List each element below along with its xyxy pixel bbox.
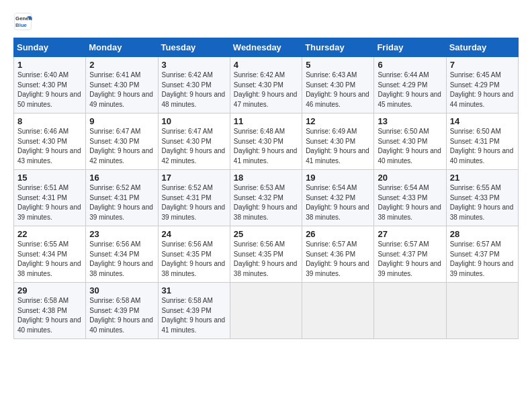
day-detail: Sunrise: 6:56 AMSunset: 4:35 PMDaylight:… bbox=[162, 240, 226, 277]
day-detail: Sunrise: 6:55 AMSunset: 4:34 PMDaylight:… bbox=[17, 240, 81, 277]
day-number: 30 bbox=[89, 285, 154, 295]
day-number: 27 bbox=[378, 229, 442, 239]
day-detail: Sunrise: 6:58 AMSunset: 4:38 PMDaylight:… bbox=[17, 297, 81, 334]
day-number: 1 bbox=[17, 60, 82, 70]
calendar-cell: 3 Sunrise: 6:42 AMSunset: 4:30 PMDayligh… bbox=[158, 57, 230, 113]
day-number: 10 bbox=[162, 116, 226, 126]
calendar-cell: 27 Sunrise: 6:57 AMSunset: 4:37 PMDaylig… bbox=[374, 226, 446, 283]
day-detail: Sunrise: 6:53 AMSunset: 4:32 PMDaylight:… bbox=[234, 184, 298, 221]
day-detail: Sunrise: 6:58 AMSunset: 4:39 PMDaylight:… bbox=[89, 297, 153, 334]
day-number: 22 bbox=[17, 229, 82, 239]
calendar-cell: 12 Sunrise: 6:49 AMSunset: 4:30 PMDaylig… bbox=[302, 113, 374, 170]
calendar-cell: 26 Sunrise: 6:57 AMSunset: 4:36 PMDaylig… bbox=[302, 226, 374, 283]
weekday-header: Saturday bbox=[446, 38, 518, 57]
day-detail: Sunrise: 6:47 AMSunset: 4:30 PMDaylight:… bbox=[89, 128, 153, 165]
calendar-cell: 24 Sunrise: 6:56 AMSunset: 4:35 PMDaylig… bbox=[158, 226, 230, 283]
calendar-cell: 2 Sunrise: 6:41 AMSunset: 4:30 PMDayligh… bbox=[86, 57, 158, 113]
calendar-cell: 10 Sunrise: 6:47 AMSunset: 4:30 PMDaylig… bbox=[158, 113, 230, 170]
calendar-cell: 18 Sunrise: 6:53 AMSunset: 4:32 PMDaylig… bbox=[230, 170, 302, 226]
calendar-cell: 28 Sunrise: 6:57 AMSunset: 4:37 PMDaylig… bbox=[446, 226, 518, 283]
day-detail: Sunrise: 6:48 AMSunset: 4:30 PMDaylight:… bbox=[234, 128, 298, 165]
day-detail: Sunrise: 6:44 AMSunset: 4:29 PMDaylight:… bbox=[378, 71, 441, 108]
calendar-cell: 13 Sunrise: 6:50 AMSunset: 4:30 PMDaylig… bbox=[374, 113, 446, 170]
day-number: 2 bbox=[89, 60, 154, 70]
calendar-cell: 23 Sunrise: 6:56 AMSunset: 4:34 PMDaylig… bbox=[86, 226, 158, 283]
calendar-cell: 4 Sunrise: 6:42 AMSunset: 4:30 PMDayligh… bbox=[230, 57, 302, 113]
day-number: 20 bbox=[378, 173, 442, 183]
weekday-header: Sunday bbox=[14, 38, 86, 57]
calendar-week-row: 1 Sunrise: 6:40 AMSunset: 4:30 PMDayligh… bbox=[14, 57, 519, 113]
calendar-cell bbox=[230, 283, 302, 339]
calendar-cell bbox=[302, 283, 374, 339]
calendar-week-row: 29 Sunrise: 6:58 AMSunset: 4:38 PMDaylig… bbox=[14, 283, 519, 339]
day-detail: Sunrise: 6:57 AMSunset: 4:37 PMDaylight:… bbox=[378, 240, 441, 277]
logo-icon: General Blue bbox=[13, 12, 32, 31]
day-detail: Sunrise: 6:47 AMSunset: 4:30 PMDaylight:… bbox=[162, 128, 226, 165]
day-number: 21 bbox=[450, 173, 515, 183]
day-detail: Sunrise: 6:55 AMSunset: 4:33 PMDaylight:… bbox=[450, 184, 514, 221]
svg-text:Blue: Blue bbox=[15, 22, 28, 28]
day-detail: Sunrise: 6:51 AMSunset: 4:31 PMDaylight:… bbox=[17, 184, 81, 221]
day-number: 18 bbox=[234, 173, 298, 183]
calendar-cell: 29 Sunrise: 6:58 AMSunset: 4:38 PMDaylig… bbox=[14, 283, 86, 339]
calendar-cell: 20 Sunrise: 6:54 AMSunset: 4:33 PMDaylig… bbox=[374, 170, 446, 226]
calendar-cell: 22 Sunrise: 6:55 AMSunset: 4:34 PMDaylig… bbox=[14, 226, 86, 283]
calendar-cell bbox=[374, 283, 446, 339]
calendar-cell: 7 Sunrise: 6:45 AMSunset: 4:29 PMDayligh… bbox=[446, 57, 518, 113]
day-detail: Sunrise: 6:45 AMSunset: 4:29 PMDaylight:… bbox=[450, 71, 514, 108]
calendar-cell: 31 Sunrise: 6:58 AMSunset: 4:39 PMDaylig… bbox=[158, 283, 230, 339]
day-number: 26 bbox=[306, 229, 370, 239]
header: General Blue bbox=[13, 12, 519, 31]
weekday-header: Friday bbox=[374, 38, 446, 57]
day-detail: Sunrise: 6:42 AMSunset: 4:30 PMDaylight:… bbox=[234, 71, 298, 108]
day-number: 24 bbox=[162, 229, 226, 239]
header-row: SundayMondayTuesdayWednesdayThursdayFrid… bbox=[14, 38, 519, 57]
calendar-week-row: 15 Sunrise: 6:51 AMSunset: 4:31 PMDaylig… bbox=[14, 170, 519, 226]
calendar-cell: 21 Sunrise: 6:55 AMSunset: 4:33 PMDaylig… bbox=[446, 170, 518, 226]
day-detail: Sunrise: 6:54 AMSunset: 4:32 PMDaylight:… bbox=[306, 184, 369, 221]
day-number: 5 bbox=[306, 60, 370, 70]
day-number: 6 bbox=[378, 60, 442, 70]
day-number: 9 bbox=[89, 116, 154, 126]
day-number: 15 bbox=[17, 173, 82, 183]
day-detail: Sunrise: 6:57 AMSunset: 4:36 PMDaylight:… bbox=[306, 240, 369, 277]
day-number: 25 bbox=[234, 229, 298, 239]
day-number: 17 bbox=[162, 173, 226, 183]
calendar-cell: 8 Sunrise: 6:46 AMSunset: 4:30 PMDayligh… bbox=[14, 113, 86, 170]
day-detail: Sunrise: 6:56 AMSunset: 4:34 PMDaylight:… bbox=[89, 240, 153, 277]
day-detail: Sunrise: 6:50 AMSunset: 4:30 PMDaylight:… bbox=[378, 128, 441, 165]
calendar-cell: 5 Sunrise: 6:43 AMSunset: 4:30 PMDayligh… bbox=[302, 57, 374, 113]
calendar-cell: 14 Sunrise: 6:50 AMSunset: 4:31 PMDaylig… bbox=[446, 113, 518, 170]
day-number: 13 bbox=[378, 116, 442, 126]
day-number: 4 bbox=[234, 60, 298, 70]
page: General Blue SundayMondayTuesdayWednesda… bbox=[0, 0, 532, 346]
day-number: 28 bbox=[450, 229, 515, 239]
day-number: 29 bbox=[17, 285, 82, 295]
calendar-week-row: 22 Sunrise: 6:55 AMSunset: 4:34 PMDaylig… bbox=[14, 226, 519, 283]
day-number: 7 bbox=[450, 60, 515, 70]
day-number: 23 bbox=[89, 229, 154, 239]
weekday-header: Wednesday bbox=[230, 38, 302, 57]
day-detail: Sunrise: 6:43 AMSunset: 4:30 PMDaylight:… bbox=[306, 71, 369, 108]
day-number: 14 bbox=[450, 116, 515, 126]
day-detail: Sunrise: 6:50 AMSunset: 4:31 PMDaylight:… bbox=[450, 128, 514, 165]
day-number: 31 bbox=[162, 285, 226, 295]
day-detail: Sunrise: 6:49 AMSunset: 4:30 PMDaylight:… bbox=[306, 128, 369, 165]
day-detail: Sunrise: 6:52 AMSunset: 4:31 PMDaylight:… bbox=[89, 184, 153, 221]
day-detail: Sunrise: 6:58 AMSunset: 4:39 PMDaylight:… bbox=[162, 297, 226, 334]
day-detail: Sunrise: 6:56 AMSunset: 4:35 PMDaylight:… bbox=[234, 240, 298, 277]
day-detail: Sunrise: 6:52 AMSunset: 4:31 PMDaylight:… bbox=[162, 184, 226, 221]
calendar-cell: 17 Sunrise: 6:52 AMSunset: 4:31 PMDaylig… bbox=[158, 170, 230, 226]
calendar-cell: 1 Sunrise: 6:40 AMSunset: 4:30 PMDayligh… bbox=[14, 57, 86, 113]
day-detail: Sunrise: 6:46 AMSunset: 4:30 PMDaylight:… bbox=[17, 128, 81, 165]
calendar-week-row: 8 Sunrise: 6:46 AMSunset: 4:30 PMDayligh… bbox=[14, 113, 519, 170]
day-detail: Sunrise: 6:57 AMSunset: 4:37 PMDaylight:… bbox=[450, 240, 514, 277]
logo: General Blue bbox=[13, 12, 34, 31]
day-number: 19 bbox=[306, 173, 370, 183]
calendar-cell: 15 Sunrise: 6:51 AMSunset: 4:31 PMDaylig… bbox=[14, 170, 86, 226]
calendar-table: SundayMondayTuesdayWednesdayThursdayFrid… bbox=[13, 38, 519, 339]
day-detail: Sunrise: 6:41 AMSunset: 4:30 PMDaylight:… bbox=[89, 71, 153, 108]
day-number: 16 bbox=[89, 173, 154, 183]
day-detail: Sunrise: 6:40 AMSunset: 4:30 PMDaylight:… bbox=[17, 71, 81, 108]
day-detail: Sunrise: 6:54 AMSunset: 4:33 PMDaylight:… bbox=[378, 184, 441, 221]
